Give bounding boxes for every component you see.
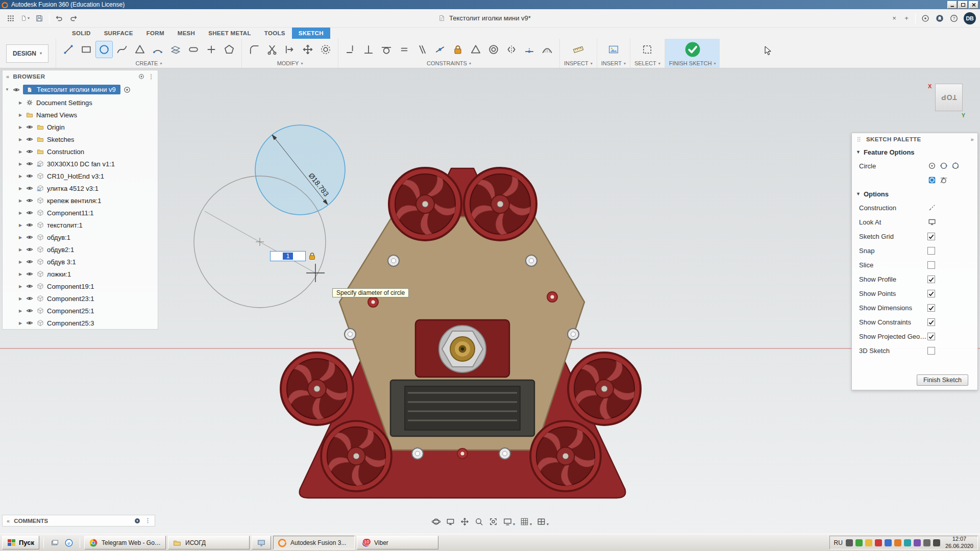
eye-icon[interactable] [12, 86, 20, 94]
viewports-button[interactable]: ▾ [536, 517, 549, 527]
arc-tool[interactable] [150, 41, 166, 58]
eye-icon[interactable] [26, 270, 34, 278]
offset-tool[interactable] [317, 41, 334, 58]
expand-arrow-icon[interactable]: ▶ [18, 149, 23, 154]
browser-item-4512-v3-1[interactable]: ▶улитка 4512 v3:1 [3, 182, 158, 194]
browser-item-component25-3[interactable]: ▶Component25:3 [3, 317, 158, 329]
checkbox-show-points[interactable] [927, 290, 935, 297]
slot-tool[interactable] [185, 41, 202, 58]
app-grid-icon[interactable] [4, 12, 17, 25]
expand-arrow-icon[interactable]: ▶ [18, 186, 23, 191]
undo-button[interactable] [53, 12, 66, 25]
curvature-constraint[interactable] [539, 41, 555, 58]
polygon-tool[interactable] [132, 41, 148, 58]
notification-bell-icon[interactable] [933, 12, 946, 25]
drag-handle-icon[interactable] [855, 136, 863, 143]
checkbox-snap[interactable] [927, 247, 935, 255]
fit-button[interactable] [488, 517, 498, 527]
circle-3point-icon[interactable] [951, 161, 960, 170]
maximize-button[interactable] [958, 1, 968, 9]
input-device-icon[interactable] [846, 539, 853, 546]
browser-item-2-1[interactable]: ▶обдув2:1 [3, 243, 158, 256]
taskbar-button-autodesk-fusion-3[interactable]: Autodesk Fusion 3... [273, 536, 355, 549]
group-label-constraints[interactable]: CONSTRAINTS▾ [427, 59, 471, 67]
volume-icon[interactable] [923, 539, 930, 546]
help-icon[interactable]: ? [947, 12, 961, 25]
insert-image-tool[interactable] [605, 41, 622, 58]
teal-app-icon[interactable] [904, 539, 911, 546]
save-button[interactable] [33, 12, 46, 25]
checkbox-show-profile[interactable] [927, 276, 935, 283]
eye-icon[interactable] [26, 258, 34, 266]
checkbox-slice[interactable] [927, 261, 935, 269]
new-document-tab-button[interactable]: + [901, 13, 912, 24]
eye-icon[interactable] [26, 172, 34, 180]
rectangle-tool[interactable] [78, 41, 94, 58]
eye-icon[interactable] [26, 209, 34, 217]
document-tab[interactable]: Текстолит иголки мини v9* [430, 12, 539, 24]
taskbar-button-item[interactable]: ИСОГД [168, 536, 250, 549]
expand-arrow-icon[interactable]: ▶ [18, 211, 23, 215]
purple-app-icon[interactable] [914, 539, 921, 546]
expand-arrow-icon[interactable]: ▶ [18, 137, 23, 142]
viewcube[interactable]: TOP X Y [935, 84, 963, 111]
move-tool[interactable] [300, 41, 316, 58]
expand-panel-icon[interactable]: » [970, 136, 974, 142]
select-tool[interactable] [639, 41, 655, 58]
browser-item-component25-1[interactable]: ▶Component25:1 [3, 305, 158, 317]
eye-icon[interactable] [26, 245, 34, 254]
tab-mesh[interactable]: MESH [171, 28, 202, 39]
line-tool[interactable] [60, 41, 77, 58]
browser-item-component23-1[interactable]: ▶Component23:1 [3, 292, 158, 305]
workspace-selector[interactable]: DESIGN▾ [6, 44, 48, 63]
network-icon[interactable] [933, 539, 940, 546]
orange-app-icon[interactable] [894, 539, 901, 546]
expand-arrow-icon[interactable]: ▼ [5, 87, 10, 92]
browser-item-sketches[interactable]: ▶Sketches [3, 133, 158, 145]
orbit-button[interactable] [431, 517, 441, 527]
point-tool[interactable] [203, 41, 219, 58]
expand-arrow-icon[interactable]: ▶ [18, 125, 23, 130]
tab-sheet-metal[interactable]: SHEET METAL [202, 28, 258, 39]
parallel-constraint[interactable] [414, 41, 430, 58]
group-label-select[interactable]: SELECT▾ [634, 59, 660, 67]
eye-icon[interactable] [26, 160, 34, 168]
expand-arrow-icon[interactable]: ▶ [18, 284, 23, 289]
construction-line-icon[interactable] [927, 203, 937, 212]
eye-icon[interactable] [26, 184, 34, 192]
eye-icon[interactable] [26, 123, 34, 131]
tab-tools[interactable]: TOOLS [258, 28, 292, 39]
expand-arrow-icon[interactable]: ▶ [18, 198, 23, 203]
extension-icon[interactable] [919, 12, 932, 25]
eye-icon[interactable] [26, 233, 34, 241]
checkbox-show-constraints[interactable] [927, 318, 935, 326]
browser-item-30x30x10-dc-fan-v1-1[interactable]: ▶30X30X10 DC fan v1:1 [3, 158, 158, 170]
coincident-constraint[interactable] [432, 41, 448, 58]
activate-component-icon[interactable] [123, 86, 131, 94]
browser-item-origin[interactable]: ▶Origin [3, 121, 158, 133]
eye-icon[interactable] [26, 319, 34, 327]
equal-constraint[interactable] [396, 41, 412, 58]
browser-item-3-1[interactable]: ▶обдув 3:1 [3, 256, 158, 268]
group-label-create[interactable]: CREATE▾ [136, 59, 162, 67]
browser-item-construction[interactable]: ▶Construction [3, 145, 158, 158]
comment-icon[interactable] [134, 517, 141, 524]
horizontal-vertical-constraint[interactable] [342, 41, 359, 58]
circle-active-mode-icon[interactable] [927, 176, 937, 185]
close-document-button[interactable]: × [889, 13, 900, 24]
expand-arrow-icon[interactable]: ▶ [18, 113, 23, 117]
browser-item-component11-1[interactable]: ▶Component11:1 [3, 207, 158, 219]
close-button[interactable] [969, 1, 978, 9]
browser-root-item[interactable]: ▼ Текстолит иголки мини v9 [3, 83, 158, 96]
grid-display-button[interactable]: ▾ [520, 517, 532, 527]
eye-icon[interactable] [26, 135, 34, 143]
browser-item-named-views[interactable]: ▶Named Views [3, 109, 158, 121]
viewcube-face[interactable]: TOP [936, 84, 962, 111]
panel-menu-icon[interactable]: ⋮ [145, 517, 151, 524]
checkbox-sketch-grid[interactable] [927, 233, 935, 240]
display-settings-button[interactable]: ▾ [503, 517, 515, 527]
redo-button[interactable] [67, 12, 80, 25]
show-desktop-icon[interactable] [48, 536, 61, 549]
expand-arrow-icon[interactable]: ▶ [18, 260, 23, 264]
pentagon-tool[interactable] [221, 41, 237, 58]
